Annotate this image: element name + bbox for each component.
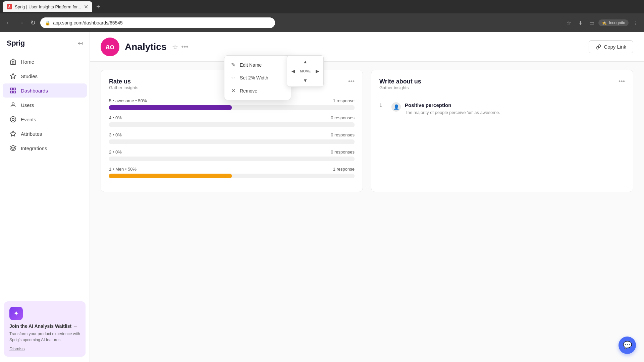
sidebar-item-users[interactable]: Users bbox=[3, 98, 87, 112]
ai-promo-desc: Transform your product experience with S… bbox=[9, 331, 80, 343]
rating-bar-track-1 bbox=[109, 174, 355, 178]
download-btn[interactable]: ⬇ bbox=[576, 18, 585, 27]
rating-meta-4: 4 • 0% 0 responses bbox=[109, 115, 355, 120]
rating-meta-1: 1 • Meh • 50% 1 response bbox=[109, 167, 355, 172]
sidebar-header: Sprig ↤ bbox=[0, 32, 90, 51]
page-title: Analytics bbox=[125, 42, 167, 52]
rating-responses-4: 0 responses bbox=[331, 115, 355, 120]
move-down-btn[interactable]: ▼ bbox=[301, 76, 310, 85]
rating-meta-2: 2 • 0% 0 responses bbox=[109, 149, 355, 155]
sidebar-item-events[interactable]: Events bbox=[3, 112, 87, 126]
remove-icon: ✕ bbox=[230, 87, 236, 94]
address-text: app.sprig.com/dashboards/65545 bbox=[53, 20, 123, 25]
back-btn[interactable]: ← bbox=[4, 18, 13, 27]
set-width-label: Set 2% Width bbox=[240, 75, 268, 80]
rating-label-5: 5 • awesome • 50% bbox=[109, 98, 147, 103]
sidebar-collapse-btn[interactable]: ↤ bbox=[78, 40, 83, 47]
sidebar-item-integrations-label: Integrations bbox=[21, 145, 47, 151]
sidebar-item-integrations[interactable]: Integrations bbox=[3, 141, 87, 155]
rating-bar-track-4 bbox=[109, 122, 355, 127]
sidebar-item-home-label: Home bbox=[21, 59, 34, 65]
sidebar-item-studies[interactable]: Studies bbox=[3, 69, 87, 83]
reload-btn[interactable]: ↻ bbox=[28, 18, 38, 27]
favorite-btn[interactable]: ☆ bbox=[172, 43, 178, 51]
remove-item[interactable]: ✕ Remove bbox=[224, 84, 291, 97]
svg-point-5 bbox=[12, 118, 14, 121]
rating-row-2: 2 • 0% 0 responses bbox=[109, 149, 355, 161]
write-widget-header: Write about us Gather insights ••• bbox=[379, 78, 625, 97]
ai-promo-title[interactable]: Join the AI Analysis Waitlist → bbox=[9, 323, 80, 329]
rating-responses-1: 1 response bbox=[333, 167, 355, 172]
users-icon bbox=[9, 101, 17, 109]
lock-icon: 🔒 bbox=[45, 20, 50, 25]
context-menu: ✎ Edit Name ↔ Set 2% Width ✕ Remove bbox=[224, 55, 291, 100]
incognito-badge: 🕵 Incognito bbox=[598, 19, 629, 26]
rating-bar-track-2 bbox=[109, 157, 355, 161]
tab-title: Sprig | User Insights Platform for... bbox=[15, 4, 81, 9]
sidebar-logo: Sprig bbox=[7, 39, 25, 48]
address-bar[interactable]: 🔒 app.sprig.com/dashboards/65545 bbox=[40, 17, 275, 28]
widget-more-btn[interactable]: ••• bbox=[348, 78, 355, 85]
ai-promo-card: ✦ Join the AI Analysis Waitlist → Transf… bbox=[4, 301, 86, 357]
write-widget-more-btn[interactable]: ••• bbox=[619, 78, 625, 85]
copy-link-button[interactable]: Copy Link bbox=[589, 40, 633, 53]
remove-label: Remove bbox=[240, 88, 257, 94]
ai-promo-dismiss-btn[interactable]: Dismiss bbox=[9, 346, 80, 351]
page-header: ao Analytics ☆ ••• Copy Link bbox=[90, 32, 644, 62]
studies-icon bbox=[9, 72, 17, 80]
rating-label-4: 4 • 0% bbox=[109, 115, 122, 120]
rating-responses-5: 1 response bbox=[333, 98, 355, 103]
rating-responses-2: 0 responses bbox=[331, 149, 355, 155]
device-btn[interactable]: ▭ bbox=[587, 18, 596, 27]
svg-rect-2 bbox=[14, 91, 16, 93]
edit-name-item[interactable]: ✎ Edit Name bbox=[224, 58, 291, 71]
page-header-left: ao Analytics ☆ ••• bbox=[101, 38, 189, 56]
insight-content: Positive perception The majority of peop… bbox=[405, 102, 625, 116]
rating-label-2: 2 • 0% bbox=[109, 149, 122, 155]
ai-promo-icon: ✦ bbox=[9, 307, 23, 320]
svg-marker-7 bbox=[10, 131, 16, 136]
header-actions: ☆ ••• bbox=[172, 43, 189, 51]
tab-close-btn[interactable]: ✕ bbox=[84, 4, 88, 10]
edit-name-label: Edit Name bbox=[240, 62, 262, 68]
sidebar-item-dashboards-label: Dashboards bbox=[21, 88, 48, 94]
svg-point-4 bbox=[12, 103, 14, 105]
insight-description: The majority of people perceive 'us' as … bbox=[405, 109, 625, 116]
move-horizontal-row: ◀ MOVE ▶ bbox=[288, 66, 322, 76]
set-width-item[interactable]: ↔ Set 2% Width bbox=[224, 71, 291, 84]
active-tab[interactable]: S Sprig | User Insights Platform for... … bbox=[3, 1, 92, 12]
write-widget-titles: Write about us Gather insights bbox=[379, 78, 421, 97]
move-up-btn[interactable]: ▲ bbox=[301, 57, 310, 66]
menu-btn[interactable]: ⋮ bbox=[631, 18, 640, 27]
sidebar-item-dashboards[interactable]: Dashboards bbox=[3, 83, 87, 98]
browser-nav: ← → ↻ 🔒 app.sprig.com/dashboards/65545 ☆… bbox=[0, 13, 644, 32]
move-right-btn[interactable]: ▶ bbox=[313, 66, 322, 76]
home-icon bbox=[9, 58, 17, 65]
move-left-btn[interactable]: ◀ bbox=[288, 66, 298, 76]
rating-bar-fill-1 bbox=[109, 174, 232, 178]
dashboards-icon bbox=[9, 87, 17, 94]
sidebar-nav: Home Studies Dashboards Users bbox=[0, 51, 90, 296]
insight-row-1: 1 👤 Positive perception The majority of … bbox=[379, 98, 625, 120]
rating-row-4: 4 • 0% 0 responses bbox=[109, 115, 355, 127]
rating-row-1: 1 • Meh • 50% 1 response bbox=[109, 167, 355, 178]
width-icon: ↔ bbox=[230, 75, 236, 81]
insight-number: 1 bbox=[379, 102, 387, 108]
sidebar-item-attributes[interactable]: Attributes bbox=[3, 127, 87, 141]
tab-favicon: S bbox=[7, 4, 12, 9]
sidebar-item-users-label: Users bbox=[21, 102, 34, 108]
sidebar-item-home[interactable]: Home bbox=[3, 55, 87, 69]
chat-support-btn[interactable]: 💬 bbox=[619, 337, 636, 354]
rating-meta-3: 3 • 0% 0 responses bbox=[109, 132, 355, 137]
rating-label-1: 1 • Meh • 50% bbox=[109, 167, 137, 172]
more-options-btn[interactable]: ••• bbox=[181, 43, 189, 51]
new-tab-btn[interactable]: + bbox=[94, 2, 103, 11]
svg-point-6 bbox=[10, 117, 16, 122]
move-controls: ▲ ◀ MOVE ▶ ▼ bbox=[287, 55, 324, 87]
star-nav-btn[interactable]: ☆ bbox=[564, 18, 574, 27]
rating-row-3: 3 • 0% 0 responses bbox=[109, 132, 355, 144]
browser-chrome: S Sprig | User Insights Platform for... … bbox=[0, 0, 644, 32]
forward-btn[interactable]: → bbox=[16, 18, 25, 27]
main-content: ao Analytics ☆ ••• Copy Link Rate us Gat… bbox=[90, 32, 644, 362]
integrations-icon bbox=[9, 144, 17, 152]
